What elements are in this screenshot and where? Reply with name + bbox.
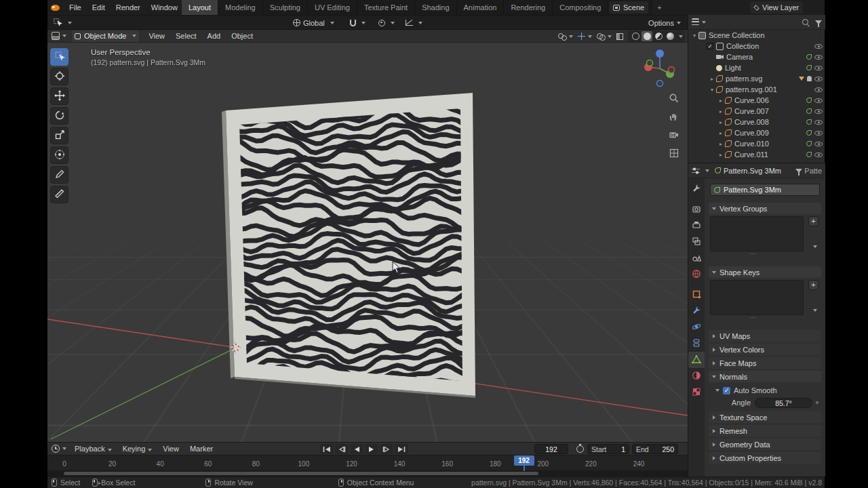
frame-start-field[interactable]: Start 1 bbox=[587, 444, 629, 454]
panel-header-uv-maps[interactable]: UV Maps bbox=[709, 330, 821, 342]
panel-header-face-maps[interactable]: Face Maps bbox=[709, 357, 821, 369]
annotate-tool[interactable] bbox=[50, 166, 68, 184]
scale-tool[interactable] bbox=[50, 127, 68, 144]
outliner-row-curve-010[interactable]: ▸Curve.010 bbox=[688, 138, 825, 149]
cursor-tool[interactable] bbox=[50, 68, 68, 85]
shading-solid-button[interactable] bbox=[642, 31, 652, 41]
visibility-eye-icon[interactable] bbox=[814, 87, 823, 92]
jump-to-start-button[interactable] bbox=[320, 444, 334, 454]
properties-editor-icon[interactable] bbox=[692, 167, 700, 175]
overlays-dropdown[interactable] bbox=[597, 33, 612, 40]
options-dropdown[interactable]: Options bbox=[648, 16, 681, 30]
add-shape-keys-button[interactable]: + bbox=[808, 280, 818, 290]
properties-tab-render[interactable] bbox=[688, 201, 705, 218]
timeline-menu-view[interactable]: View bbox=[157, 441, 184, 456]
expander-icon[interactable]: ▸ bbox=[717, 152, 724, 158]
data-icon[interactable] bbox=[806, 152, 812, 157]
shading-material-button[interactable] bbox=[653, 31, 664, 41]
xray-toggle[interactable] bbox=[616, 33, 623, 40]
workspace-tab-compositing[interactable]: Compositing bbox=[553, 0, 608, 15]
transform-tool[interactable] bbox=[50, 146, 68, 164]
properties-tab-view-layer[interactable] bbox=[688, 234, 705, 250]
outliner-search-icon[interactable] bbox=[802, 19, 808, 25]
data-icon[interactable] bbox=[806, 130, 812, 136]
move-tool[interactable] bbox=[50, 87, 68, 105]
expander-icon[interactable]: ▸ bbox=[717, 141, 724, 147]
add-vertex-groups-button[interactable]: + bbox=[808, 216, 818, 226]
panel-header-vertex-colors[interactable]: Vertex Colors bbox=[709, 344, 821, 355]
timeline-menu-keying[interactable]: Keying bbox=[117, 441, 158, 456]
workspace-tab-shading[interactable]: Shading bbox=[415, 0, 456, 15]
visibility-eye-icon[interactable] bbox=[814, 120, 823, 125]
panel-header-normals[interactable]: Normals bbox=[709, 371, 821, 382]
workspace-tab-animation[interactable]: Animation bbox=[457, 0, 505, 15]
menu-file[interactable]: File bbox=[64, 0, 87, 15]
vertex-groups-specials-button[interactable] bbox=[808, 242, 818, 251]
menu-render[interactable]: Render bbox=[111, 0, 146, 15]
snap-toggle[interactable] bbox=[350, 16, 366, 30]
workspace-tab-uv-editing[interactable]: UV Editing bbox=[308, 0, 357, 15]
expander-icon[interactable]: ▾ bbox=[709, 87, 715, 93]
auto-smooth-checkbox[interactable]: ✓ bbox=[723, 387, 730, 394]
animate-property-dot[interactable] bbox=[816, 401, 818, 404]
shading-wireframe-button[interactable] bbox=[630, 31, 641, 41]
outliner-row-pattern-svg[interactable]: ▸pattern.svg bbox=[688, 73, 825, 84]
properties-tab-output[interactable] bbox=[688, 218, 705, 234]
visibility-eye-icon[interactable] bbox=[814, 142, 823, 146]
current-frame-field[interactable]: 192 bbox=[534, 444, 568, 454]
properties-tab-physics[interactable] bbox=[688, 319, 705, 336]
active-tool-indicator[interactable] bbox=[53, 16, 72, 30]
use-preview-range-icon[interactable] bbox=[576, 445, 584, 453]
visibility-eye-icon[interactable] bbox=[814, 55, 823, 60]
measure-tool[interactable] bbox=[50, 186, 68, 203]
outliner-row-collection[interactable]: ✓Collection bbox=[688, 41, 825, 52]
mode-dropdown[interactable]: Object Mode bbox=[72, 30, 139, 42]
outliner-row-light[interactable]: Light bbox=[688, 62, 825, 73]
data-name-field[interactable]: Pattern.Svg 3Mm bbox=[710, 184, 820, 196]
pan-hand-button[interactable] bbox=[669, 111, 679, 123]
timeline-menu-playback[interactable]: Playback bbox=[69, 441, 117, 456]
panel-header-shape-keys[interactable]: Shape Keys bbox=[709, 266, 821, 278]
outliner-row-curve-009[interactable]: ▸Curve.009 bbox=[688, 127, 825, 138]
properties-tab-tool[interactable] bbox=[688, 181, 705, 197]
expander-icon[interactable]: ▸ bbox=[717, 130, 724, 136]
viewport-menu-select[interactable]: Select bbox=[170, 28, 202, 43]
object-visibility-dropdown[interactable] bbox=[558, 33, 573, 40]
viewport-menu-view[interactable]: View bbox=[143, 28, 170, 43]
play-button[interactable] bbox=[365, 444, 378, 454]
outliner-row-curve-006[interactable]: ▸Curve.006 bbox=[688, 95, 825, 106]
visibility-eye-icon[interactable] bbox=[814, 77, 823, 81]
outliner-row-curve-011[interactable]: ▸Curve.011 bbox=[688, 149, 825, 160]
timeline-scrollbar[interactable] bbox=[64, 472, 538, 475]
play-reverse-button[interactable] bbox=[350, 444, 363, 454]
panel-header-vertex-groups[interactable]: Vertex Groups bbox=[709, 203, 821, 214]
outliner-row-curve-007[interactable]: ▸Curve.007 bbox=[688, 106, 825, 117]
properties-search[interactable]: Patte bbox=[795, 167, 822, 175]
timeline-ruler[interactable]: 020406080100120140160180200220240 192 bbox=[47, 455, 688, 470]
expander-icon[interactable]: ▸ bbox=[717, 119, 724, 125]
properties-tab-material[interactable] bbox=[688, 368, 705, 384]
properties-tab-modifiers[interactable] bbox=[688, 303, 705, 319]
panel-header-geometry-data[interactable]: Geometry Data bbox=[709, 439, 821, 450]
data-icon[interactable] bbox=[806, 119, 812, 125]
visibility-eye-icon[interactable] bbox=[814, 44, 823, 49]
data-icon[interactable] bbox=[806, 65, 812, 70]
viewport-canvas[interactable]: User Perspective (192) pattern.svg | Pat… bbox=[47, 43, 688, 442]
subpanel-expander-icon[interactable] bbox=[715, 389, 719, 392]
workspace-tab-texture-paint[interactable]: Texture Paint bbox=[357, 0, 415, 15]
list-resize-grip[interactable]: ⋯ bbox=[749, 250, 757, 258]
viewport-menu-object[interactable]: Object bbox=[226, 28, 258, 43]
data-icon[interactable] bbox=[806, 108, 812, 114]
outliner-row-pattern-svg-001[interactable]: ▾pattern.svg.001 bbox=[688, 84, 825, 95]
box-select-tool[interactable] bbox=[50, 48, 68, 66]
workspace-tab-layout[interactable]: Layout bbox=[182, 0, 218, 15]
navigation-gizmo[interactable] bbox=[639, 47, 680, 87]
panel-header-texture-space[interactable]: Texture Space bbox=[709, 411, 821, 423]
data-icon[interactable] bbox=[806, 141, 812, 146]
expander-icon[interactable]: ▸ bbox=[717, 98, 724, 104]
previous-keyframe-button[interactable] bbox=[335, 444, 349, 454]
scene-selector[interactable]: Scene bbox=[609, 1, 648, 14]
list-resize-grip[interactable]: ⋯ bbox=[749, 314, 757, 321]
outliner-filter-icon[interactable] bbox=[815, 20, 822, 24]
gizmos-dropdown[interactable] bbox=[578, 33, 592, 40]
